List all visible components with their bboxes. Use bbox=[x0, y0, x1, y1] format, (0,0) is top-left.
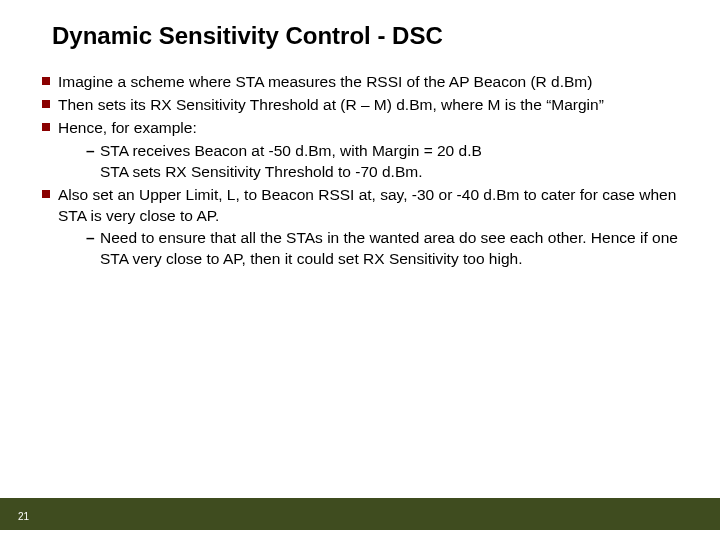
sub-text: Need to ensure that all the STAs in the … bbox=[100, 229, 678, 267]
slide-body: Imagine a scheme where STA measures the … bbox=[42, 72, 680, 272]
slide-number: 21 bbox=[18, 511, 29, 522]
sub-text-extra: STA sets RX Sensitivity Threshold to -70… bbox=[100, 162, 680, 183]
sub-item: STA receives Beacon at -50 d.Bm, with Ma… bbox=[86, 141, 680, 183]
bullet-text: Hence, for example: bbox=[58, 119, 197, 136]
bullet-item: Then sets its RX Sensitivity Threshold a… bbox=[42, 95, 680, 116]
slide: Dynamic Sensitivity Control - DSC Imagin… bbox=[0, 0, 720, 540]
sub-item: Need to ensure that all the STAs in the … bbox=[86, 228, 680, 270]
bullet-text: Also set an Upper Limit, L, to Beacon RS… bbox=[58, 186, 676, 224]
footer-bar bbox=[0, 498, 720, 530]
sub-text: STA receives Beacon at -50 d.Bm, with Ma… bbox=[100, 142, 482, 159]
bullet-item: Imagine a scheme where STA measures the … bbox=[42, 72, 680, 93]
slide-title: Dynamic Sensitivity Control - DSC bbox=[52, 22, 443, 50]
bullet-text: Then sets its RX Sensitivity Threshold a… bbox=[58, 96, 604, 113]
sub-list: STA receives Beacon at -50 d.Bm, with Ma… bbox=[58, 141, 680, 183]
bullet-list: Imagine a scheme where STA measures the … bbox=[42, 72, 680, 270]
bullet-text: Imagine a scheme where STA measures the … bbox=[58, 73, 592, 90]
sub-list: Need to ensure that all the STAs in the … bbox=[58, 228, 680, 270]
bullet-item: Hence, for example: STA receives Beacon … bbox=[42, 118, 680, 183]
bullet-item: Also set an Upper Limit, L, to Beacon RS… bbox=[42, 185, 680, 271]
